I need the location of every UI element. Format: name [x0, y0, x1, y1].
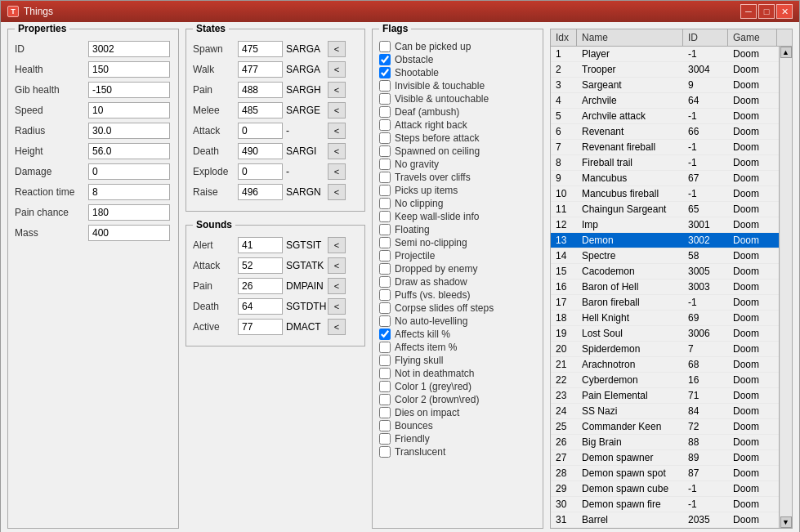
list-item[interactable]: 27 Demon spawner 89 Doom — [551, 450, 779, 466]
flag-checkbox-24[interactable] — [379, 355, 391, 366]
list-item[interactable]: 15 Cacodemon 3005 Doom — [551, 264, 779, 279]
list-item[interactable]: 6 Revenant 66 Doom — [551, 124, 779, 140]
flag-checkbox-20[interactable] — [379, 302, 391, 314]
property-input-4[interactable] — [88, 123, 170, 139]
flag-checkbox-23[interactable] — [379, 342, 391, 353]
flag-checkbox-25[interactable] — [379, 368, 391, 379]
state-input-0[interactable] — [238, 41, 283, 57]
list-item[interactable]: 29 Demon spawn cube -1 Doom — [551, 481, 779, 497]
list-item[interactable]: 1 Player -1 Doom — [551, 47, 779, 62]
flag-checkbox-16[interactable] — [379, 250, 391, 262]
state-btn-6[interactable]: < — [328, 163, 346, 180]
sound-btn-2[interactable]: < — [328, 278, 346, 294]
flag-checkbox-27[interactable] — [379, 394, 391, 405]
state-btn-0[interactable]: < — [328, 41, 346, 57]
flag-checkbox-4[interactable] — [379, 93, 391, 105]
list-item[interactable]: 30 Demon spawn fire -1 Doom — [551, 497, 779, 512]
list-item[interactable]: 19 Lost Soul 3006 Doom — [551, 326, 779, 342]
property-input-1[interactable] — [88, 61, 170, 78]
scroll-up-btn[interactable]: ▲ — [780, 47, 792, 58]
sound-input-0[interactable] — [238, 237, 283, 253]
state-btn-4[interactable]: < — [328, 123, 346, 139]
state-btn-1[interactable]: < — [328, 61, 346, 78]
list-item[interactable]: 13 Demon 3002 Doom — [551, 233, 779, 248]
flag-checkbox-14[interactable] — [379, 224, 391, 235]
flag-checkbox-3[interactable] — [379, 80, 391, 92]
flag-checkbox-17[interactable] — [379, 263, 391, 275]
scrollbar[interactable]: ▲ ▼ — [780, 46, 793, 529]
list-item[interactable]: 9 Mancubus 67 Doom — [551, 171, 779, 186]
state-btn-3[interactable]: < — [328, 102, 346, 118]
list-item[interactable]: 26 Big Brain 88 Doom — [551, 435, 779, 450]
flag-checkbox-18[interactable] — [379, 276, 391, 288]
state-input-2[interactable] — [238, 82, 283, 98]
list-item[interactable]: 23 Pain Elemental 71 Doom — [551, 388, 779, 404]
list-item[interactable]: 18 Hell Knight 69 Doom — [551, 311, 779, 326]
sound-btn-1[interactable]: < — [328, 257, 346, 274]
sound-input-4[interactable] — [238, 319, 283, 335]
flag-checkbox-9[interactable] — [379, 159, 391, 170]
flag-checkbox-28[interactable] — [379, 407, 391, 418]
list-item[interactable]: 21 Arachnotron 68 Doom — [551, 357, 779, 373]
list-item[interactable]: 11 Chaingun Sargeant 65 Doom — [551, 202, 779, 217]
list-item[interactable]: 14 Spectre 58 Doom — [551, 248, 779, 264]
sound-input-2[interactable] — [238, 278, 283, 294]
flag-checkbox-8[interactable] — [379, 145, 391, 157]
list-body[interactable]: 1 Player -1 Doom 2 Trooper 3004 Doom 3 S… — [550, 46, 780, 529]
list-item[interactable]: 5 Archvile attack -1 Doom — [551, 109, 779, 124]
maximize-button[interactable]: □ — [758, 4, 775, 19]
state-input-7[interactable] — [238, 184, 283, 200]
flag-checkbox-19[interactable] — [379, 289, 391, 301]
flag-checkbox-13[interactable] — [379, 211, 391, 222]
list-item[interactable]: 10 Mancubus fireball -1 Doom — [551, 186, 779, 202]
state-input-1[interactable] — [238, 61, 283, 78]
flag-checkbox-2[interactable] — [379, 67, 391, 78]
flag-checkbox-12[interactable] — [379, 198, 391, 209]
list-item[interactable]: 16 Baron of Hell 3003 Doom — [551, 279, 779, 295]
property-input-2[interactable] — [88, 82, 170, 98]
list-item[interactable]: 4 Archvile 64 Doom — [551, 93, 779, 109]
flag-checkbox-22[interactable] — [379, 329, 391, 340]
flag-checkbox-5[interactable] — [379, 106, 391, 118]
list-item[interactable]: 24 SS Nazi 84 Doom — [551, 404, 779, 419]
close-button[interactable]: ✕ — [776, 4, 793, 19]
list-item[interactable]: 8 Fireball trail -1 Doom — [551, 155, 779, 171]
flag-checkbox-0[interactable] — [379, 41, 391, 52]
flag-checkbox-21[interactable] — [379, 315, 391, 327]
sound-input-1[interactable] — [238, 257, 283, 274]
flag-checkbox-29[interactable] — [379, 420, 391, 431]
state-input-3[interactable] — [238, 102, 283, 118]
list-item[interactable]: 3 Sargeant 9 Doom — [551, 78, 779, 93]
sound-btn-4[interactable]: < — [328, 319, 346, 335]
list-item[interactable]: 17 Baron fireball -1 Doom — [551, 295, 779, 311]
flag-checkbox-15[interactable] — [379, 237, 391, 248]
list-item[interactable]: 28 Demon spawn spot 87 Doom — [551, 466, 779, 481]
property-input-5[interactable] — [88, 143, 170, 159]
property-input-6[interactable] — [88, 163, 170, 180]
property-input-9[interactable] — [88, 225, 170, 241]
list-item[interactable]: 2 Trooper 3004 Doom — [551, 62, 779, 78]
list-item[interactable]: 12 Imp 3001 Doom — [551, 217, 779, 233]
scroll-down-btn[interactable]: ▼ — [780, 516, 792, 528]
list-item[interactable]: 7 Revenant fireball -1 Doom — [551, 140, 779, 155]
list-item[interactable]: 20 Spiderdemon 7 Doom — [551, 342, 779, 357]
flag-checkbox-31[interactable] — [379, 446, 391, 458]
state-btn-5[interactable]: < — [328, 143, 346, 159]
property-input-7[interactable] — [88, 184, 170, 200]
flag-checkbox-11[interactable] — [379, 185, 391, 196]
state-input-4[interactable] — [238, 123, 283, 139]
property-input-8[interactable] — [88, 204, 170, 221]
list-item[interactable]: 22 Cyberdemon 16 Doom — [551, 373, 779, 388]
property-input-3[interactable] — [88, 102, 170, 118]
sound-input-3[interactable] — [238, 298, 283, 315]
flag-checkbox-26[interactable] — [379, 381, 391, 392]
flag-checkbox-1[interactable] — [379, 54, 391, 65]
flag-checkbox-10[interactable] — [379, 172, 391, 183]
list-item[interactable]: 25 Commander Keen 72 Doom — [551, 419, 779, 435]
sound-btn-3[interactable]: < — [328, 298, 346, 315]
sound-btn-0[interactable]: < — [328, 237, 346, 253]
list-item[interactable]: 31 Barrel 2035 Doom — [551, 512, 779, 528]
state-input-6[interactable] — [238, 163, 283, 180]
minimize-button[interactable]: ─ — [740, 4, 757, 19]
flag-checkbox-6[interactable] — [379, 119, 391, 131]
